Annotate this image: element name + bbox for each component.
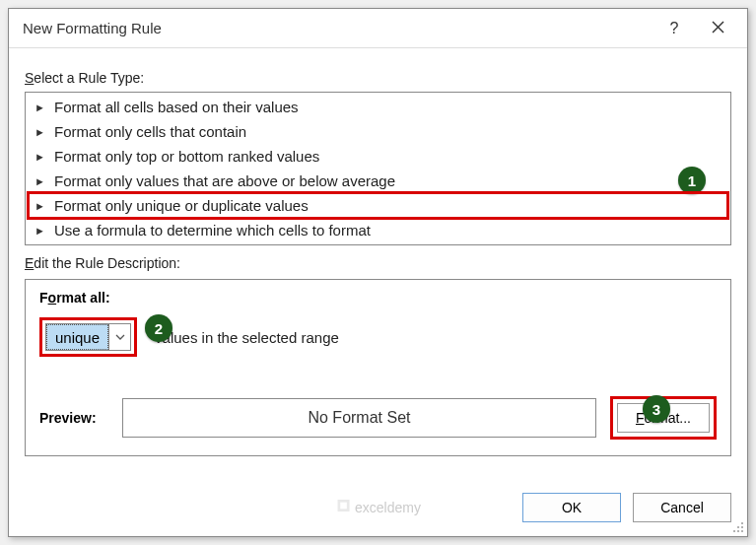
flag-icon: ► (34, 102, 48, 113)
flag-icon: ► (34, 126, 48, 138)
flag-icon: ► (34, 175, 48, 187)
rule-type-text: Format all cells based on their values (54, 99, 299, 115)
edit-rule-description-label: Edit the Rule Description: (25, 255, 731, 271)
rule-type-text: Format only unique or duplicate values (54, 197, 309, 214)
flag-icon: ► (34, 151, 48, 163)
edit-rule-box: Format all: unique values in the selecte… (25, 279, 731, 456)
dialog-title: New Formatting Rule (23, 20, 653, 36)
svg-point-8 (737, 530, 739, 532)
dropdown-suffix-text: values in the selected range (155, 329, 339, 346)
close-button[interactable] (696, 13, 739, 44)
rule-type-text: Use a formula to determine which cells t… (54, 222, 371, 238)
dialog-body: Select a Rule Type: ► Format all cells b… (9, 48, 747, 479)
svg-point-7 (733, 530, 735, 532)
format-all-dropdown[interactable]: unique (45, 323, 131, 351)
svg-point-5 (737, 526, 739, 528)
new-formatting-rule-dialog: New Formatting Rule ? Select a Rule Type… (8, 8, 748, 537)
rule-type-text: Format only top or bottom ranked values (54, 148, 319, 165)
svg-point-6 (741, 526, 743, 528)
dialog-footer: OK Cancel (9, 479, 747, 536)
titlebar: New Formatting Rule ? (9, 9, 747, 48)
svg-point-4 (741, 522, 743, 524)
flag-icon: ► (34, 200, 48, 212)
help-button[interactable]: ? (653, 13, 696, 44)
rule-type-item[interactable]: ► Use a formula to determine which cells… (29, 218, 727, 242)
close-icon (712, 20, 724, 37)
rule-type-item[interactable]: ► Format only cells that contain (29, 119, 727, 144)
rule-type-text: Format only cells that contain (54, 123, 246, 140)
dropdown-value: unique (46, 324, 108, 350)
rule-type-item-selected[interactable]: ► Format only unique or duplicate values (29, 193, 727, 218)
rule-type-list[interactable]: ► Format all cells based on their values… (25, 92, 731, 245)
preview-label: Preview: (39, 410, 108, 426)
format-all-label: Format all: (39, 290, 110, 306)
rule-type-item[interactable]: ► Format all cells based on their values (29, 95, 727, 119)
callout-2: 2 (145, 314, 172, 342)
rule-type-item[interactable]: ► Format only values that are above or b… (29, 169, 727, 193)
callout-3: 3 (643, 395, 670, 423)
rule-type-text: Format only values that are above or bel… (54, 172, 395, 189)
cancel-button[interactable]: Cancel (633, 493, 731, 522)
dropdown-row: unique values in the selected range (39, 317, 717, 357)
dropdown-highlight: unique (39, 317, 137, 357)
rule-type-item[interactable]: ► Format only top or bottom ranked value… (29, 144, 727, 169)
ok-button[interactable]: OK (522, 493, 621, 522)
svg-point-9 (741, 530, 743, 532)
preview-text: No Format Set (308, 409, 410, 427)
help-icon: ? (670, 20, 679, 37)
preview-row: Preview: No Format Set Format... (39, 396, 717, 440)
preview-box: No Format Set (122, 398, 596, 438)
callout-1: 1 (678, 167, 706, 194)
format-all-row: Format all: (39, 290, 717, 306)
resize-grip-icon[interactable] (730, 519, 744, 533)
select-rule-type-label: Select a Rule Type: (25, 70, 731, 86)
flag-icon: ► (34, 225, 48, 237)
chevron-down-icon (108, 324, 130, 350)
